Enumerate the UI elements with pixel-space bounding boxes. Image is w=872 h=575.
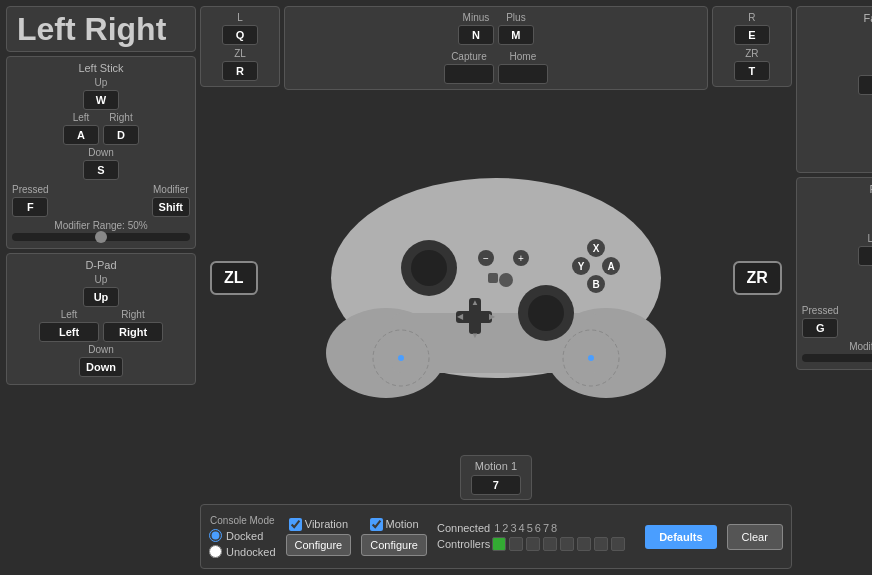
controller-numbers: 1 2 3 4 5 6 7 8: [494, 522, 557, 534]
svg-text:−: −: [483, 253, 489, 264]
docked-radio[interactable]: [209, 529, 222, 542]
zl-display[interactable]: ZL: [210, 261, 258, 295]
face-y-key[interactable]: V: [858, 75, 872, 95]
left-stick-left-label: Left: [73, 112, 90, 123]
left-stick-pressed-key[interactable]: F: [12, 197, 48, 217]
controllers-label: Controllers: [437, 538, 490, 550]
undocked-label: Undocked: [226, 546, 276, 558]
right-stick-slider[interactable]: [802, 354, 872, 362]
svg-point-31: [588, 355, 594, 361]
home-label: Home: [510, 51, 537, 62]
right-stick-modifier-range: Modifier Range: 50%: [802, 341, 872, 352]
left-stick-right-label: Right: [109, 112, 132, 123]
right-stick-section: Right Stick Up I Left J Right L: [796, 177, 872, 370]
plus-label: Plus: [506, 12, 525, 23]
controller-dot-8[interactable]: [611, 537, 625, 551]
left-stick-up-key[interactable]: W: [83, 90, 119, 110]
controller-dot-5[interactable]: [560, 537, 574, 551]
svg-text:◀: ◀: [457, 312, 464, 321]
vibration-section: Vibration Configure: [286, 518, 352, 556]
svg-text:▼: ▼: [471, 331, 479, 340]
svg-text:▲: ▲: [471, 298, 479, 307]
dpad-down-label: Down: [88, 344, 114, 355]
motion-section: Motion Configure: [361, 518, 427, 556]
undocked-radio[interactable]: [209, 545, 222, 558]
left-stick-up-label: Up: [95, 77, 108, 88]
dpad-up-label: Up: [95, 274, 108, 285]
face-buttons-section: Face Buttons X X Y V A C B: [796, 6, 872, 173]
home-key[interactable]: [498, 64, 548, 84]
svg-text:A: A: [607, 261, 614, 272]
svg-text:X: X: [593, 243, 600, 254]
left-stick-right-key[interactable]: D: [103, 125, 139, 145]
left-stick-pressed-label: Pressed: [12, 184, 49, 195]
undocked-radio-row[interactable]: Undocked: [209, 545, 276, 558]
svg-text:▶: ▶: [489, 312, 496, 321]
capture-label: Capture: [451, 51, 487, 62]
left-stick-left-key[interactable]: A: [63, 125, 99, 145]
dpad-left-key[interactable]: Left: [39, 322, 99, 342]
minus-key[interactable]: N: [458, 25, 494, 45]
face-buttons-label: Face Buttons: [802, 12, 872, 24]
console-mode-section: Console Mode Docked Undocked: [209, 515, 276, 558]
svg-point-18: [499, 273, 513, 287]
controller-svg: ▲ ▼ ◀ ▶ − + X Y A: [311, 158, 681, 398]
left-stick-label: Left Stick: [12, 62, 190, 74]
controller-dot-2[interactable]: [509, 537, 523, 551]
controller-dot-1[interactable]: [492, 537, 506, 551]
zr-key[interactable]: T: [734, 61, 770, 81]
controller-dot-3[interactable]: [526, 537, 540, 551]
capture-key[interactable]: [444, 64, 494, 84]
vibration-checkbox[interactable]: [289, 518, 302, 531]
vibration-label: Vibration: [305, 518, 348, 530]
motion1-value[interactable]: 7: [471, 475, 521, 495]
lr-title: Left Right: [6, 6, 196, 52]
minus-label: Minus: [463, 12, 490, 23]
svg-point-7: [528, 295, 564, 331]
right-stick-label: Right Stick: [802, 183, 872, 195]
left-stick-down-key[interactable]: S: [83, 160, 119, 180]
left-stick-modifier-key[interactable]: Shift: [152, 197, 190, 217]
right-shoulder-section: R E ZR T: [712, 6, 792, 87]
svg-point-5: [411, 250, 447, 286]
svg-rect-19: [488, 273, 498, 283]
zl-key[interactable]: R: [222, 61, 258, 81]
dpad-right-label: Right: [121, 309, 144, 320]
console-mode-label: Console Mode: [209, 515, 276, 526]
l-key[interactable]: Q: [222, 25, 258, 45]
zr-display[interactable]: ZR: [733, 261, 782, 295]
plus-key[interactable]: M: [498, 25, 534, 45]
clear-button[interactable]: Clear: [727, 524, 783, 550]
motion-configure-button[interactable]: Configure: [361, 534, 427, 556]
controllers-section: Connected 1 2 3 4 5 6 7 8 Controllers: [437, 522, 625, 551]
r-key[interactable]: E: [734, 25, 770, 45]
dpad-down-key[interactable]: Down: [79, 357, 123, 377]
controller-dot-6[interactable]: [577, 537, 591, 551]
right-stick-pressed-label: Pressed: [802, 305, 839, 316]
r-label: R: [748, 12, 755, 23]
vibration-configure-button[interactable]: Configure: [286, 534, 352, 556]
left-stick-modifier-range: Modifier Range: 50%: [12, 220, 190, 231]
controller-dot-4[interactable]: [543, 537, 557, 551]
left-stick-section: Left Stick Up W Left A Right D D: [6, 56, 196, 249]
controller-dot-7[interactable]: [594, 537, 608, 551]
right-stick-left-key[interactable]: J: [858, 246, 872, 266]
left-stick-modifier-label: Modifier: [153, 184, 189, 195]
docked-radio-row[interactable]: Docked: [209, 529, 276, 542]
dpad-up-key[interactable]: Up: [83, 287, 119, 307]
zr-label: ZR: [745, 48, 758, 59]
svg-text:+: +: [518, 253, 524, 264]
defaults-button[interactable]: Defaults: [645, 525, 716, 549]
left-shoulder-section: L Q ZL R: [200, 6, 280, 87]
motion-checkbox[interactable]: [370, 518, 383, 531]
docked-label: Docked: [226, 530, 263, 542]
svg-text:B: B: [592, 279, 599, 290]
motion-label: Motion: [386, 518, 419, 530]
left-stick-slider[interactable]: [12, 233, 190, 241]
dpad-right-key[interactable]: Right: [103, 322, 163, 342]
left-stick-down-label: Down: [88, 147, 114, 158]
dpad-section: D-Pad Up Up Left Left Right Right: [6, 253, 196, 385]
zl-label: ZL: [234, 48, 246, 59]
controller-dots: [492, 537, 625, 551]
right-stick-pressed-key[interactable]: G: [802, 318, 838, 338]
